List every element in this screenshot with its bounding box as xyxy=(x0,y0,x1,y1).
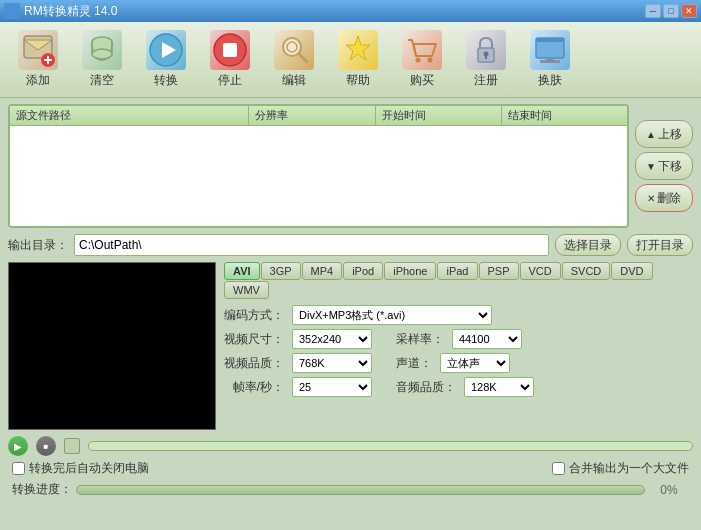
svg-rect-21 xyxy=(485,55,487,59)
format-tabs: AVI3GPMP4iPodiPhoneiPadPSPVCDSVCDDVDWMV xyxy=(224,262,693,299)
maximize-button[interactable]: □ xyxy=(663,4,679,18)
settings-panel: AVI3GPMP4iPodiPhoneiPadPSPVCDSVCDDVDWMV … xyxy=(224,262,693,430)
toolbar-btn-buy[interactable]: 购买 xyxy=(392,26,452,93)
convert-progress-bar xyxy=(76,485,645,495)
channel-select[interactable]: 立体声单声道 xyxy=(440,353,510,373)
output-row: 输出目录： 选择目录 打开目录 xyxy=(8,234,693,256)
format-tab-3gp[interactable]: 3GP xyxy=(261,262,301,280)
svg-point-18 xyxy=(428,58,433,63)
merge-output-label: 合并输出为一个大文件 xyxy=(569,460,689,477)
format-tab-ipad[interactable]: iPad xyxy=(437,262,477,280)
buy-icon xyxy=(402,30,442,70)
format-tab-ipod[interactable]: iPod xyxy=(343,262,383,280)
output-label: 输出目录： xyxy=(8,237,68,254)
video-size-row: 视频尺寸： 352x240480x320640x480720x4801280x7… xyxy=(224,329,693,349)
video-quality-select[interactable]: 768K1024K1500K2000K xyxy=(292,353,372,373)
audio-quality-label: 音频品质： xyxy=(396,379,456,396)
up-button[interactable]: ▲ 上移 xyxy=(635,120,693,148)
skin-icon xyxy=(530,30,570,70)
file-list-column-header: 源文件路径 xyxy=(10,106,249,125)
playback-progress xyxy=(88,441,693,451)
toolbar-btn-add[interactable]: 添加 xyxy=(8,26,68,93)
open-directory-button[interactable]: 打开目录 xyxy=(627,234,693,256)
format-tab-iphone[interactable]: iPhone xyxy=(384,262,436,280)
encode-label: 编码方式： xyxy=(224,307,284,324)
file-list-body[interactable] xyxy=(10,126,627,226)
reg-icon xyxy=(466,30,506,70)
toolbar-btn-help[interactable]: 帮助 xyxy=(328,26,388,93)
auto-shutdown-checkbox[interactable] xyxy=(12,462,25,475)
down-button[interactable]: ▼ 下移 xyxy=(635,152,693,180)
toolbar-btn-stop[interactable]: 停止 xyxy=(200,26,260,93)
toolbar-btn-skin[interactable]: 换肤 xyxy=(520,26,580,93)
bottom-options: 转换完后自动关闭电脑 合并输出为一个大文件 xyxy=(8,460,693,477)
channel-label: 声道： xyxy=(396,355,432,372)
file-list-section: 源文件路径分辨率开始时间结束时间 ▲ 上移▼ 下移✕ 删除 xyxy=(8,104,693,228)
help-icon xyxy=(338,30,378,70)
video-size-label: 视频尺寸： xyxy=(224,331,284,348)
sample-rate-select[interactable]: 44100220501102548000 xyxy=(452,329,522,349)
choose-directory-button[interactable]: 选择目录 xyxy=(555,234,621,256)
format-tab-psp[interactable]: PSP xyxy=(479,262,519,280)
minimize-button[interactable]: ─ xyxy=(645,4,661,18)
file-list-column-header: 分辨率 xyxy=(249,106,375,125)
svg-point-17 xyxy=(416,58,421,63)
add-label: 添加 xyxy=(26,72,50,89)
merge-output-option[interactable]: 合并输出为一个大文件 xyxy=(552,460,689,477)
edit-icon xyxy=(274,30,314,70)
format-tab-vcd[interactable]: VCD xyxy=(520,262,561,280)
toolbar-btn-reg[interactable]: 注册 xyxy=(456,26,516,93)
format-tab-svcd[interactable]: SVCD xyxy=(562,262,611,280)
svg-line-15 xyxy=(299,54,307,62)
video-quality-row: 视频品质： 768K1024K1500K2000K 声道： 立体声单声道 xyxy=(224,353,693,373)
edit-label: 编辑 xyxy=(282,72,306,89)
clear-label: 清空 xyxy=(90,72,114,89)
reg-label: 注册 xyxy=(474,72,498,89)
toolbar-btn-convert[interactable]: 转换 xyxy=(136,26,196,93)
file-list-column-header: 开始时间 xyxy=(376,106,502,125)
skin-label: 换肤 xyxy=(538,72,562,89)
preview-panel xyxy=(8,262,216,430)
file-list-container: 源文件路径分辨率开始时间结束时间 xyxy=(8,104,629,228)
stop-icon xyxy=(210,30,250,70)
svg-point-8 xyxy=(92,49,112,59)
stop-playback-button[interactable]: ■ xyxy=(36,436,56,456)
stop-label: 停止 xyxy=(218,72,242,89)
auto-shutdown-option[interactable]: 转换完后自动关闭电脑 xyxy=(12,460,149,477)
title-bar-controls: ─ □ ✕ xyxy=(645,4,697,18)
toolbar-btn-clear[interactable]: 清空 xyxy=(72,26,132,93)
svg-marker-16 xyxy=(346,36,370,60)
format-tab-avi[interactable]: AVI xyxy=(224,262,260,280)
progress-label: 转换进度： xyxy=(12,481,72,498)
format-tab-wmv[interactable]: WMV xyxy=(224,281,269,299)
convert-icon xyxy=(146,30,186,70)
video-size-select[interactable]: 352x240480x320640x480720x4801280x720 xyxy=(292,329,372,349)
svg-rect-12 xyxy=(223,43,237,57)
format-tab-dvd[interactable]: DVD xyxy=(611,262,652,280)
clear-icon xyxy=(82,30,122,70)
output-path-input[interactable] xyxy=(74,234,549,256)
merge-output-checkbox[interactable] xyxy=(552,462,565,475)
file-list-column-header: 结束时间 xyxy=(502,106,627,125)
fps-label: 帧率/秒： xyxy=(224,379,284,396)
toolbar: 添加 清空 转换 停止 编辑 帮助 购买 注册 xyxy=(0,22,701,98)
toolbar-btn-edit[interactable]: 编辑 xyxy=(264,26,324,93)
video-quality-label: 视频品质： xyxy=(224,355,284,372)
format-tab-mp4[interactable]: MP4 xyxy=(302,262,343,280)
help-label: 帮助 xyxy=(346,72,370,89)
svg-rect-25 xyxy=(546,58,554,61)
sample-rate-label: 采样率： xyxy=(396,331,444,348)
window-title: RM转换精灵 14.0 xyxy=(24,3,117,20)
progress-row: 转换进度： 0% xyxy=(8,481,693,498)
play-button[interactable]: ▶ xyxy=(8,436,28,456)
svg-rect-4 xyxy=(47,56,49,64)
fps-select[interactable]: 25152429.9730 xyxy=(292,377,372,397)
audio-quality-select[interactable]: 128K64K96K192K256K xyxy=(464,377,534,397)
encode-select[interactable]: DivX+MP3格式 (*.avi)XviD+MP3格式 (*.avi)H264… xyxy=(292,305,492,325)
close-button[interactable]: ✕ xyxy=(681,4,697,18)
delete-button[interactable]: ✕ 删除 xyxy=(635,184,693,212)
app-icon xyxy=(4,3,20,19)
buy-label: 购买 xyxy=(410,72,434,89)
title-bar-left: RM转换精灵 14.0 xyxy=(4,3,117,20)
encode-row: 编码方式： DivX+MP3格式 (*.avi)XviD+MP3格式 (*.av… xyxy=(224,305,693,325)
